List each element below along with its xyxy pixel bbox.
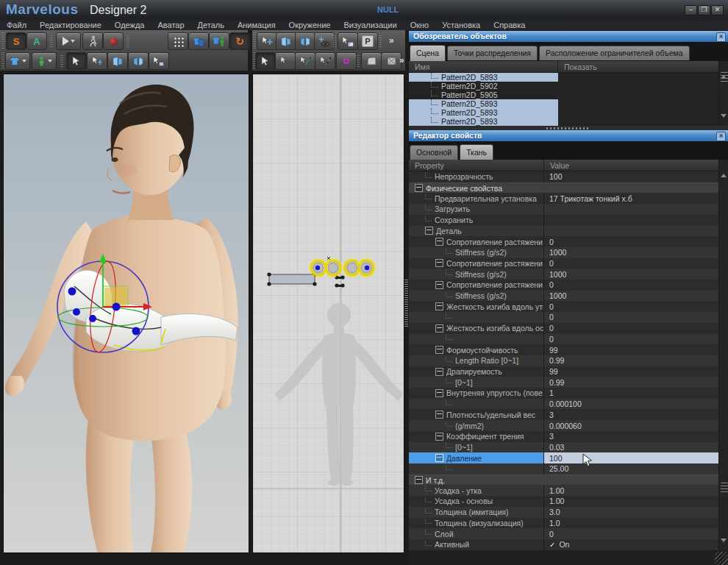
menu-item-9[interactable]: Установка — [435, 20, 487, 30]
select-2d-button[interactable] — [255, 52, 276, 70]
property-value-cell[interactable]: 1.0 — [544, 518, 718, 529]
property-value-cell[interactable]: 0 — [544, 312, 718, 323]
add-curve-point-button[interactable] — [315, 52, 335, 70]
property-row-10[interactable]: Сопротивление растяжени...0 — [409, 280, 718, 291]
column-name[interactable]: Имя — [409, 61, 558, 72]
sync-refresh-button[interactable]: ↻ — [229, 32, 250, 50]
column-show[interactable]: Показать — [558, 61, 728, 72]
property-value-cell[interactable]: 0 — [544, 280, 718, 291]
property-row-7[interactable]: Stiffness (g/s2)1000 — [409, 247, 718, 258]
property-row-34[interactable]: Активный✓On — [409, 539, 718, 550]
toolbar-grip[interactable] — [333, 34, 336, 47]
toolbar-grip[interactable] — [50, 34, 53, 47]
property-value-cell[interactable]: 3 — [544, 431, 718, 442]
close-button[interactable]: ✕ — [711, 5, 724, 15]
minimize-button[interactable]: – — [685, 5, 697, 15]
walk-animation-button[interactable] — [82, 32, 103, 50]
property-row-26[interactable]: Давление100 — [409, 452, 718, 463]
property-row-22[interactable]: Плотность/удельный вес3 — [409, 409, 718, 420]
property-row-11[interactable]: Stiffness (g/s2)1000 — [409, 291, 718, 302]
object-browser-tab-0[interactable]: Сцена — [410, 45, 446, 61]
show-pattern-button[interactable] — [314, 32, 335, 50]
cross-pattern-button[interactable] — [381, 52, 402, 70]
property-row-33[interactable]: Слой0 — [409, 528, 718, 539]
property-value-cell[interactable]: 99 — [544, 344, 718, 355]
pattern-p-button[interactable]: P — [357, 32, 378, 50]
toolbar-overflow-button[interactable]: » — [399, 55, 404, 65]
collapse-icon[interactable] — [435, 454, 443, 462]
collapse-icon[interactable] — [435, 411, 443, 419]
property-value-cell[interactable]: 0 — [544, 301, 718, 312]
property-value-cell[interactable]: 3.0 — [544, 507, 718, 518]
scrollbar-thumb[interactable] — [720, 71, 728, 85]
property-value-cell[interactable] — [544, 215, 718, 226]
object-row-5[interactable]: Pattern2D_5893 — [409, 117, 718, 126]
property-value-cell[interactable]: 100 — [544, 171, 718, 182]
collapse-icon[interactable] — [435, 389, 443, 397]
property-value-cell[interactable]: 1.00 — [544, 485, 718, 496]
property-value-cell[interactable]: 99 — [544, 366, 718, 377]
property-row-2[interactable]: Предварительная установка17 Трикотаж тон… — [409, 193, 718, 204]
column-value[interactable]: Value — [544, 160, 728, 171]
viewport-3d[interactable] — [3, 74, 249, 553]
select-box-tool-button[interactable] — [149, 52, 169, 70]
object-row-0[interactable]: Pattern2D_5893 — [409, 73, 718, 82]
property-row-25[interactable]: [0~1]0.03 — [409, 442, 718, 453]
pattern-tool-b-button[interactable] — [128, 52, 149, 70]
property-row-24[interactable]: Коэффициент трения3 — [409, 431, 718, 442]
collapse-icon[interactable] — [435, 433, 443, 441]
property-row-29[interactable]: Усадка - утка1.00 — [409, 485, 718, 496]
property-row-8[interactable]: Сопротивление растяжени...0 — [409, 258, 718, 269]
collapse-icon[interactable] — [435, 324, 443, 333]
close-icon[interactable]: ✕ — [716, 132, 726, 141]
scrollbar-thumb[interactable] — [720, 482, 728, 495]
menu-item-10[interactable]: Справка — [487, 20, 532, 30]
property-editor-tab-0[interactable]: Основной — [410, 145, 458, 160]
property-row-3[interactable]: Загрузить — [409, 204, 718, 215]
toolbar-grip[interactable] — [126, 34, 129, 47]
column-property[interactable]: Property — [409, 160, 544, 171]
mirror-pattern-b-button[interactable] — [295, 32, 315, 50]
property-value-cell[interactable]: 1000 — [544, 269, 718, 280]
object-list-scrollbar[interactable] — [718, 61, 728, 126]
object-row-2[interactable]: Pattern2D_5905 — [409, 90, 718, 99]
pin-tool-button[interactable] — [87, 52, 107, 70]
property-value-cell[interactable]: 0.99 — [544, 377, 718, 388]
object-row-4[interactable]: Pattern2D_5893 — [409, 108, 718, 117]
object-browser-tab-2[interactable]: Расположение ограничителей объема — [539, 46, 690, 60]
cloth-display-button[interactable] — [5, 52, 30, 70]
menu-item-1[interactable]: Редактирование — [33, 20, 108, 30]
property-value-cell[interactable]: 1 — [544, 388, 718, 399]
collapse-icon[interactable] — [435, 302, 443, 310]
object-row-1[interactable]: Pattern2D_5902 — [409, 82, 718, 90]
toolbar-grip[interactable] — [253, 32, 256, 49]
property-table-scrollbar[interactable] — [718, 160, 728, 550]
property-value-cell[interactable]: 0 — [544, 528, 718, 539]
property-row-16[interactable]: Формоустойчивость99 — [409, 344, 718, 355]
property-row-5[interactable]: Деталь — [409, 226, 718, 237]
strap-pattern[interactable] — [267, 272, 316, 285]
collapse-icon[interactable] — [435, 368, 443, 376]
property-editor-header[interactable]: Редактор свойств ✕ — [409, 130, 728, 141]
property-value-cell[interactable] — [544, 204, 718, 215]
edit-curve-button[interactable] — [295, 52, 315, 70]
property-row-6[interactable]: Сопротивление растяжени...0 — [409, 236, 718, 247]
property-row-30[interactable]: Усадка - основы1.00 — [409, 496, 718, 507]
property-value-cell[interactable]: 17 Трикотаж тонкий х.б — [544, 193, 718, 204]
record-button[interactable] — [103, 32, 124, 50]
toolbar-grip[interactable] — [1, 32, 4, 49]
property-editor-tab-1[interactable]: Ткань — [460, 144, 493, 160]
collapse-icon[interactable] — [435, 346, 443, 354]
toolbar-grip[interactable] — [60, 54, 63, 67]
show-avatar-cloth-button[interactable] — [209, 32, 229, 50]
animation-mode-button[interactable]: A — [26, 32, 47, 50]
object-browser-header[interactable]: Обозреватель объектов ✕ — [409, 31, 728, 42]
toolbar-grip[interactable] — [357, 54, 360, 67]
property-row-15[interactable]: 0 — [409, 334, 718, 345]
property-row-31[interactable]: Толщина (имитация)3.0 — [409, 507, 718, 518]
toolbar-grip[interactable] — [1, 52, 4, 68]
property-row-28[interactable]: И т.д. — [409, 475, 718, 486]
collapse-icon[interactable] — [435, 259, 443, 267]
add-point-button[interactable] — [336, 52, 357, 70]
menu-item-2[interactable]: Одежда — [108, 20, 151, 30]
